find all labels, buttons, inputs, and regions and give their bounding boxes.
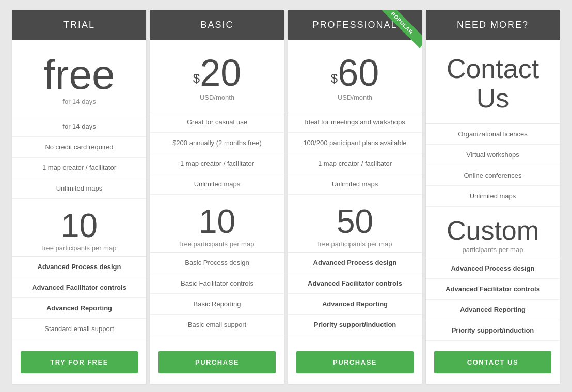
plan-price-section-basic: $20USD/month [150,40,284,112]
plan-card-basic: BASIC$20USD/monthGreat for casual use$20… [150,10,284,384]
feature-top-basic-0: Great for casual use [150,112,284,133]
plan-card-professional: PopularPROFESSIONAL$60USD/monthIdeal for… [288,10,422,384]
participants-section-trial: 10free participants per map [12,199,146,257]
feature-bottom-trial-1: Advanced Facilitator controls [12,277,146,298]
plan-price-number: 20 [200,52,241,93]
plan-price-wrap: $20 [158,54,276,91]
participants-number: 10 [21,209,138,242]
participants-section-enterprise: Customparticipants per map [426,207,560,258]
cta-button-trial[interactable]: TRY FOR FREE [21,351,138,373]
feature-bottom-enterprise-0: Advanced Process design [426,258,560,279]
feature-bottom-professional-1: Advanced Facilitator controls [288,273,422,294]
feature-top-trial-2: 1 map creator / facilitator [12,158,146,178]
cta-section-basic: PURCHASE [150,341,284,384]
feature-top-basic-3: Unlimited maps [150,174,284,195]
plan-price-period: USD/month [158,93,276,101]
plan-header-basic: BASIC [150,10,284,40]
plan-card-trial: TRIALfreefor 14 daysfor 14 daysNo credit… [12,10,146,384]
feature-top-trial-1: No credit card required [12,137,146,158]
feature-top-trial-3: Unlimited maps [12,178,146,199]
participants-section-professional: 50free participants per map [288,195,422,253]
feature-bottom-trial-2: Advanced Reporting [12,298,146,319]
feature-bottom-trial-3: Standard email support [12,319,146,339]
participants-label: free participants per map [296,240,414,248]
feature-top-professional-2: 1 map creator / facilitator [288,153,422,174]
feature-bottom-trial-0: Advanced Process design [12,257,146,277]
plan-header-trial: TRIAL [12,10,146,40]
cta-button-professional[interactable]: PURCHASE [296,351,414,373]
cta-section-trial: TRY FOR FREE [12,341,146,384]
plan-price-free: free [21,54,138,96]
feature-bottom-basic-3: Basic email support [150,315,284,335]
participants-number: 50 [296,205,414,238]
feature-top-basic-1: $200 annually (2 months free) [150,133,284,153]
participants-number: Custom [434,217,551,244]
plan-price-currency: $ [193,71,200,85]
feature-top-enterprise-2: Online conferences [426,165,560,186]
plan-price-number: 60 [338,52,379,93]
cta-section-professional: PURCHASE [288,341,422,384]
plan-card-enterprise: NEED MORE?Contact UsOrganizational licen… [426,10,560,384]
feature-top-enterprise-1: Virtual workshops [426,145,560,165]
participants-label: free participants per map [21,244,138,252]
participants-label: participants per map [434,246,551,254]
feature-top-professional-3: Unlimited maps [288,174,422,195]
participants-label: free participants per map [158,240,276,248]
feature-bottom-professional-2: Advanced Reporting [288,294,422,315]
cta-section-enterprise: CONTACT US [426,341,560,384]
participants-section-basic: 10free participants per map [150,195,284,253]
feature-bottom-enterprise-1: Advanced Facilitator controls [426,279,560,300]
plan-price-wrap: $60 [296,54,414,91]
feature-top-professional-0: Ideal for meetings and workshops [288,112,422,133]
plan-price-currency: $ [331,71,338,85]
feature-bottom-professional-0: Advanced Process design [288,253,422,273]
pricing-container: TRIALfreefor 14 daysfor 14 daysNo credit… [10,10,562,384]
feature-bottom-basic-2: Basic Reporting [150,294,284,315]
plan-header-enterprise: NEED MORE? [426,10,560,40]
feature-bottom-enterprise-2: Advanced Reporting [426,300,560,320]
plan-price-section-professional: $60USD/month [288,40,422,112]
feature-top-professional-1: 100/200 participant plans available [288,133,422,153]
feature-bottom-basic-0: Basic Process design [150,253,284,273]
plan-price-section-enterprise: Contact Us [426,40,560,124]
plan-header-professional: PROFESSIONAL [288,10,422,40]
cta-button-enterprise[interactable]: CONTACT US [434,351,551,373]
plan-price-sub: for 14 days [21,98,138,105]
participants-number: 10 [158,205,276,238]
feature-top-enterprise-3: Unlimited maps [426,186,560,207]
plan-price-period: USD/month [296,93,414,101]
feature-bottom-professional-3: Priority support/induction [288,315,422,335]
plan-contact-text: Contact Us [434,54,551,113]
feature-bottom-enterprise-3: Priority support/induction [426,320,560,341]
plan-price-section-trial: freefor 14 days [12,40,146,116]
feature-top-basic-2: 1 map creator / facilitator [150,153,284,174]
feature-top-enterprise-0: Organizational licences [426,124,560,145]
feature-top-trial-0: for 14 days [12,116,146,137]
feature-bottom-basic-1: Basic Facilitator controls [150,273,284,294]
cta-button-basic[interactable]: PURCHASE [158,351,276,373]
